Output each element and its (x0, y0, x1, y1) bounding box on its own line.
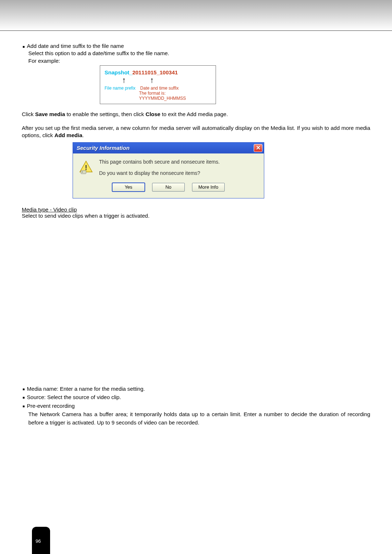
security-dialog: Security Information ✕ ! This page conta… (73, 142, 264, 198)
source-text: Source: Select the source of video clip. (27, 393, 121, 401)
save-media-label: Save media (35, 111, 65, 117)
arrow-up-icon: ↑ (122, 75, 126, 85)
text: Click (22, 111, 35, 117)
label-suffix: Date and time suffix (140, 86, 179, 91)
text: . (82, 132, 84, 138)
pre-event-desc: The Network Camera has a buffer area; it… (28, 410, 370, 427)
text: to exit the Add media page. (160, 111, 228, 117)
bullet-date-suffix-text: Add date and time suffix to the file nam… (27, 42, 124, 50)
video-clip-text: Select to send video clips when a trigge… (22, 213, 370, 219)
bullet-icon: ■ (23, 395, 25, 401)
bullet-icon: ■ (23, 44, 25, 49)
svg-point-3 (82, 171, 83, 172)
bullet-icon: ■ (23, 386, 25, 392)
more-info-button-label: More Info (199, 184, 219, 190)
para-add-media: After you set up the first media server,… (22, 124, 370, 139)
bullet-date-suffix: ■ Add date and time suffix to the file n… (22, 42, 370, 50)
no-button[interactable]: No (152, 183, 185, 192)
yes-button[interactable]: Yes (112, 183, 145, 192)
para-save-media: Click Save media to enable the settings,… (22, 111, 370, 118)
page-number: 96 (36, 538, 41, 544)
filename-suffix: 20111015_100341 (132, 69, 178, 75)
media-name-text: Media name: Enter a name for the media s… (27, 385, 145, 393)
bottom-bullets: ■ Media name: Enter a name for the media… (22, 385, 370, 427)
bullet-pre-event: ■ Pre-event recording (22, 402, 370, 410)
filename-prefix: Snapshot_ (105, 69, 132, 75)
label-prefix: File name prefix (105, 86, 139, 91)
dialog-line2: Do you want to display the nonsecure ite… (99, 170, 220, 177)
arrow-up-icon: ↑ (150, 75, 154, 85)
page-number-tab: 96 (32, 527, 50, 554)
bullet-icon: ■ (23, 403, 25, 409)
more-info-button[interactable]: More Info (192, 183, 225, 192)
dialog-text: This page contains both secure and nonse… (99, 159, 220, 177)
close-button[interactable]: ✕ (254, 144, 262, 152)
dialog-title: Security Information (77, 145, 130, 151)
svg-rect-2 (81, 171, 86, 174)
pre-event-text: Pre-event recording (27, 402, 75, 410)
video-clip-heading: Media type - Video clip (22, 206, 370, 213)
yes-button-label: Yes (124, 184, 132, 190)
filename-example-box: Snapshot_20111015_100341 ↑ ↑ File name p… (100, 65, 216, 104)
header-gradient (0, 0, 392, 31)
dialog-titlebar: Security Information ✕ (73, 143, 264, 153)
dialog-body: ! This page contains both secure and non… (73, 153, 264, 181)
no-button-label: No (166, 184, 172, 190)
example-filename: Snapshot_20111015_100341 (105, 69, 211, 75)
warning-icon: ! (79, 159, 93, 177)
add-media-label: Add media (54, 132, 82, 138)
dialog-buttons: Yes No More Info (73, 181, 264, 198)
dialog-line1: This page contains both secure and nonse… (99, 159, 220, 166)
close-icon: ✕ (256, 144, 261, 151)
bullet-source: ■ Source: Select the source of video cli… (22, 393, 370, 401)
bullet-media-name: ■ Media name: Enter a name for the media… (22, 385, 370, 393)
video-clip-section: Media type - Video clip Select to send v… (22, 206, 370, 219)
arrow-row: ↑ ↑ (105, 75, 211, 86)
close-label: Close (146, 111, 160, 117)
date-suffix-desc: Select this option to add a date/time su… (28, 50, 370, 57)
text: to enable the settings, then click (65, 111, 146, 117)
example-labels: File name prefix Date and time suffix (105, 86, 211, 91)
format-line: The format is: YYYYMMDD_HHMMSS (139, 91, 211, 101)
date-suffix-example-label: For example: (28, 57, 370, 65)
